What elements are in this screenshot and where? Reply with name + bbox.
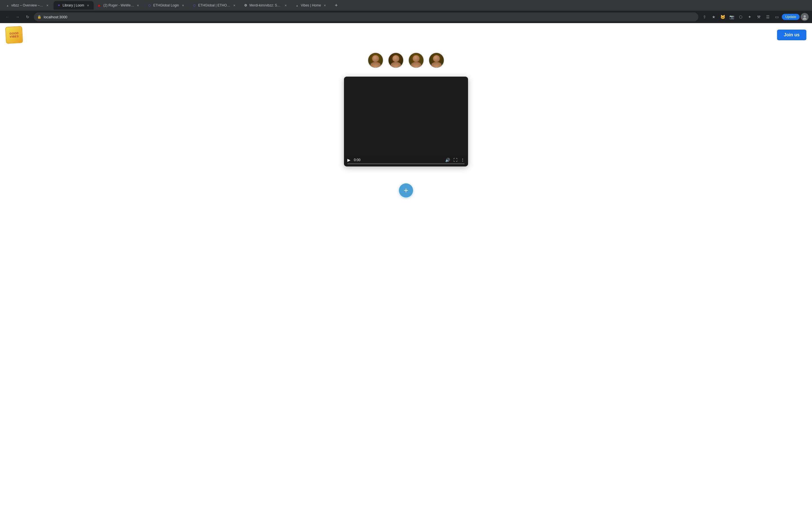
- svg-point-0: [804, 15, 806, 17]
- extension-cat-icon[interactable]: 🐱: [719, 13, 726, 21]
- tab-close-eth2[interactable]: ✕: [232, 3, 237, 8]
- avatar-3[interactable]: [408, 52, 424, 68]
- tab-title-vibzz: vibzz – Overview – Ve…: [11, 3, 43, 7]
- cast-icon[interactable]: ▭: [773, 13, 781, 21]
- address-bar[interactable]: 🔒 localhost:3000: [34, 12, 698, 21]
- extension-icon3[interactable]: ✦: [746, 13, 754, 21]
- join-button[interactable]: Join us: [777, 30, 806, 40]
- volume-icon[interactable]: 🔊: [445, 158, 450, 162]
- tab-bar: ▲ vibzz – Overview – Ve… ✕ ✦ Library | L…: [0, 0, 812, 11]
- tab-title-vibes: Vibes | Home: [301, 3, 321, 7]
- extension-icon1[interactable]: 📷: [728, 13, 735, 21]
- forward-button[interactable]: →: [13, 13, 21, 21]
- address-text: localhost:3000: [44, 15, 67, 19]
- tab-ethglobal-login[interactable]: ⬡ ETHGlobal Login ✕: [144, 1, 188, 10]
- tab-close-eth1[interactable]: ✕: [181, 3, 185, 8]
- toolbar-icons: ⇧ ★ 🐱 📷 ⬡ ✦ ⚒ ☰ ▭ Update: [701, 13, 809, 21]
- tab-vibes[interactable]: ▲ Vibes | Home ✕: [292, 1, 331, 10]
- tab-favicon-ruger: ▶: [98, 3, 101, 7]
- progress-bar-container: [344, 163, 468, 166]
- tab-ethglobal-online[interactable]: ⬡ ETHGlobal | ETHOnlin… ✕: [189, 1, 240, 10]
- tab-close-github[interactable]: ✕: [283, 3, 288, 8]
- tab-favicon-loom: ✦: [57, 3, 61, 7]
- tab-favicon-github: ⚙: [244, 3, 248, 7]
- avatar-1[interactable]: [368, 52, 384, 68]
- video-controls: ▶ 0:00 🔊 ⛶ ⋮: [344, 156, 468, 163]
- page-header: GOOD VIBES Join us: [0, 23, 812, 47]
- tab-title-eth1: ETHGlobal Login: [153, 3, 179, 7]
- logo: GOOD VIBES: [5, 26, 23, 44]
- back-button[interactable]: ←: [3, 13, 11, 21]
- video-screen[interactable]: [344, 76, 468, 156]
- fullscreen-icon[interactable]: ⛶: [453, 158, 457, 162]
- tab-close-vibes[interactable]: ✕: [322, 3, 327, 8]
- svg-point-1: [803, 18, 807, 20]
- tab-favicon-vibes: ▲: [295, 3, 299, 7]
- avatar-4[interactable]: [428, 52, 444, 68]
- fab-add-button[interactable]: +: [399, 183, 413, 198]
- tab-favicon-eth1: ⬡: [147, 3, 151, 7]
- page-content: GOOD VIBES Join us ▶ 0:00 🔊: [0, 23, 812, 507]
- extension-icon2[interactable]: ⬡: [737, 13, 745, 21]
- extension-icon4[interactable]: ⚒: [755, 13, 763, 21]
- tab-title-github: Merdi-kim/vibzz: Sho…: [250, 3, 282, 7]
- tab-ruger[interactable]: ▶ (2) Ruger - WeWe… ✕: [94, 1, 144, 10]
- tab-vibzz[interactable]: ▲ vibzz – Overview – Ve… ✕: [2, 1, 53, 10]
- tab-title-loom: Library | Loom: [63, 3, 84, 7]
- tab-favicon-vibzz: ▲: [6, 3, 10, 7]
- tab-loom[interactable]: ✦ Library | Loom ✕: [54, 1, 94, 10]
- update-button[interactable]: Update: [782, 14, 800, 20]
- video-player: ▶ 0:00 🔊 ⛶ ⋮: [344, 76, 468, 166]
- browser-chrome: ▲ vibzz – Overview – Ve… ✕ ✦ Library | L…: [0, 0, 812, 23]
- new-tab-button[interactable]: +: [332, 1, 340, 9]
- more-options-icon[interactable]: ⋮: [461, 158, 465, 162]
- address-bar-row: ← → ↻ 🔒 localhost:3000 ⇧ ★ 🐱 📷 ⬡ ✦ ⚒ ☰ ▭…: [0, 11, 812, 23]
- time-display: 0:00: [354, 158, 360, 162]
- avatar-4-image: [429, 53, 444, 68]
- avatar-3-image: [409, 53, 423, 68]
- bookmark-icon[interactable]: ★: [710, 13, 718, 21]
- video-container: ▶ 0:00 🔊 ⛶ ⋮: [0, 76, 812, 175]
- tab-close-loom[interactable]: ✕: [86, 3, 90, 8]
- tab-title-ruger: (2) Ruger - WeWe…: [103, 3, 134, 7]
- extension-icon5[interactable]: ☰: [764, 13, 772, 21]
- tab-close-ruger[interactable]: ✕: [136, 3, 140, 8]
- tab-favicon-eth2: ⬡: [193, 3, 197, 7]
- tab-title-eth2: ETHGlobal | ETHOnlin…: [198, 3, 231, 7]
- play-button[interactable]: ▶: [347, 158, 350, 162]
- avatar-2-image: [389, 53, 403, 68]
- share-icon[interactable]: ⇧: [701, 13, 709, 21]
- fab-container: +: [0, 175, 812, 206]
- progress-bar[interactable]: [347, 163, 465, 164]
- reload-button[interactable]: ↻: [24, 13, 32, 21]
- tab-close-vibzz[interactable]: ✕: [45, 3, 50, 8]
- avatar-2[interactable]: [388, 52, 404, 68]
- tab-github[interactable]: ⚙ Merdi-kim/vibzz: Sho… ✕: [241, 1, 291, 10]
- logo-text: GOOD VIBES: [9, 32, 19, 38]
- avatar-row: [0, 47, 812, 76]
- lock-icon: 🔒: [37, 15, 42, 19]
- avatar-1-image: [368, 53, 383, 68]
- profile-avatar[interactable]: [801, 13, 809, 21]
